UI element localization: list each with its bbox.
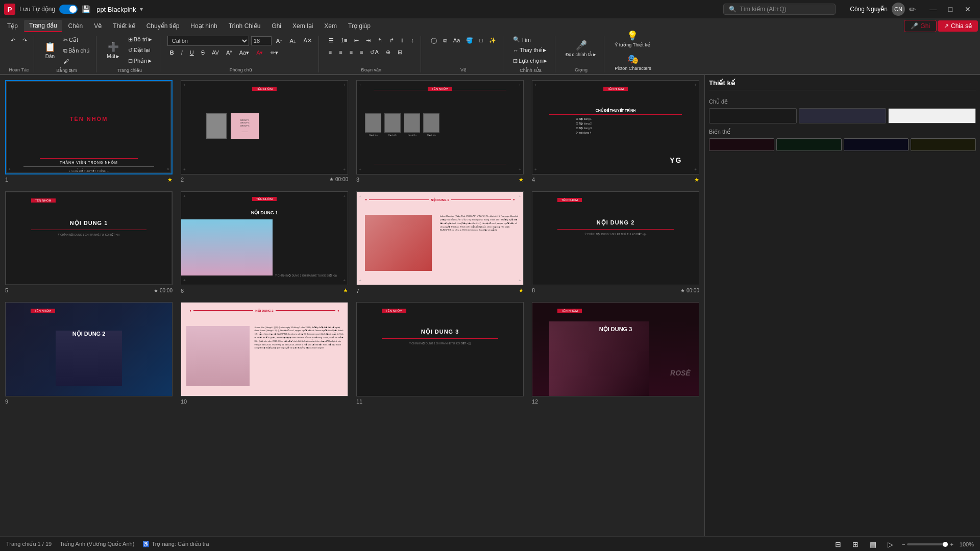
dropdown-arrow[interactable]: ▾ bbox=[140, 6, 143, 13]
slide-4[interactable]: + + + + TÊN NHÓM CHỦ ĐỀ THUYẾT TRÌNH 01 … bbox=[532, 80, 699, 174]
slide-wrapper-10[interactable]: ● NỘI DUNG 2 ● Jennie Kim (Hangul: 김제니):… bbox=[181, 302, 348, 405]
decrease-font-button[interactable]: A↓ bbox=[287, 36, 299, 45]
search-box[interactable]: 🔍 Tìm kiếm (Alt+Q) bbox=[723, 4, 836, 15]
variant-item[interactable] bbox=[844, 138, 909, 151]
theme-item[interactable] bbox=[799, 108, 887, 123]
minimize-button[interactable]: — bbox=[925, 3, 941, 16]
spacing-button[interactable]: AV bbox=[209, 48, 222, 57]
zoom-slider[interactable] bbox=[907, 543, 948, 545]
menu-item-trangdau[interactable]: Trang đầu bbox=[24, 20, 62, 32]
shadow-button[interactable]: A° bbox=[224, 48, 235, 57]
slide-10[interactable]: ● NỘI DUNG 2 ● Jennie Kim (Hangul: 김제니):… bbox=[181, 302, 348, 396]
strikethrough-button[interactable]: S bbox=[199, 48, 207, 57]
variant-item[interactable] bbox=[776, 138, 842, 151]
underline-button[interactable]: U bbox=[187, 48, 197, 57]
slide-wrapper-1[interactable]: + × + × TÊN NHÓM THÀNH VIÊN TRONG NHÓM +… bbox=[5, 80, 173, 183]
read-aloud-button[interactable]: 🎤 Đọc chính tả► bbox=[562, 36, 600, 61]
slide-wrapper-11[interactable]: TÊN NHÓM NỘI DUNG 3 Ý CHÍNH NỘI DUNG 1 G… bbox=[356, 302, 524, 405]
redo-button[interactable]: ↷ bbox=[20, 36, 30, 45]
reading-view-button[interactable]: ▤ bbox=[867, 539, 879, 550]
layout-button[interactable]: ⊞ Bố trí► bbox=[126, 35, 156, 44]
record-button[interactable]: 🎤 Ghi bbox=[904, 20, 937, 32]
effects-button[interactable]: ✨ bbox=[486, 36, 499, 45]
justify-button[interactable]: ≡ bbox=[357, 47, 365, 57]
outline-color-button[interactable]: □ bbox=[477, 36, 485, 45]
save-icon[interactable]: 💾 bbox=[82, 5, 90, 13]
numbering-button[interactable]: 1≡ bbox=[338, 36, 350, 45]
format-painter-button[interactable]: 🖌 bbox=[61, 57, 92, 66]
slide-wrapper-4[interactable]: + + + + TÊN NHÓM CHỦ ĐỀ THUYẾT TRÌNH 01 … bbox=[532, 80, 699, 183]
menu-item-ve[interactable]: Vẽ bbox=[89, 20, 107, 32]
undo-button[interactable]: ↶ bbox=[8, 36, 18, 45]
increase-indent-button[interactable]: ⇥ bbox=[363, 36, 373, 45]
copy-button[interactable]: ⧉ Bản chú bbox=[61, 46, 92, 56]
slide-wrapper-6[interactable]: + + + + TÊN NHÓM NỘI DUNG 1 Ý CHÍNH NỘI … bbox=[181, 191, 348, 294]
increase-font-button[interactable]: A↑ bbox=[274, 36, 285, 45]
italic-button[interactable]: I bbox=[179, 48, 185, 57]
bullets-button[interactable]: ☰ bbox=[326, 36, 336, 45]
slide-wrapper-9[interactable]: TÊN NHÓM NỘI DUNG 2 9 bbox=[5, 302, 173, 405]
design-ideas-button[interactable]: 💡 Ý tưởng Thiết kế bbox=[611, 28, 653, 49]
slide-5[interactable]: TÊN NHÓM NỘI DUNG 1 Ý CHÍNH NỘI DUNG 1 G… bbox=[5, 191, 173, 286]
decrease-indent-button[interactable]: ⇤ bbox=[352, 36, 361, 45]
menu-item-xemlai[interactable]: Xem lại bbox=[287, 20, 318, 32]
reset-button[interactable]: ↺ Đặt lại bbox=[126, 45, 156, 55]
smartart-button[interactable]: ⊕ bbox=[383, 47, 393, 57]
menu-item-tep[interactable]: Tệp bbox=[2, 20, 23, 32]
slide-sorter-button[interactable]: ⊞ bbox=[850, 539, 861, 550]
slideshow-view-button[interactable]: ▷ bbox=[885, 539, 896, 550]
slide-1[interactable]: + × + × TÊN NHÓM THÀNH VIÊN TRONG NHÓM +… bbox=[5, 80, 173, 174]
theme-item[interactable] bbox=[888, 108, 976, 123]
slide-6[interactable]: + + + + TÊN NHÓM NỘI DUNG 1 Ý CHÍNH NỘI … bbox=[181, 191, 348, 286]
font-size-input[interactable] bbox=[251, 36, 272, 45]
highlight-button[interactable]: ✏▾ bbox=[268, 48, 281, 58]
rtl-button[interactable]: ↰ bbox=[375, 36, 385, 45]
shape-button[interactable]: ◯ bbox=[428, 36, 439, 45]
columns-button[interactable]: ⫴ bbox=[399, 36, 406, 45]
align-center-button[interactable]: ≡ bbox=[336, 47, 345, 57]
menu-item-chen[interactable]: Chèn bbox=[63, 20, 88, 32]
fill-color-button[interactable]: 🪣 bbox=[463, 36, 476, 45]
menu-item-chuyentiep[interactable]: Chuyển tiếp bbox=[141, 20, 185, 32]
variant-item[interactable] bbox=[911, 138, 976, 151]
arrange-button[interactable]: ⧉ bbox=[440, 36, 450, 45]
zoom-out-icon[interactable]: − bbox=[902, 541, 905, 547]
replace-button[interactable]: ↔ Thay thế► bbox=[510, 45, 551, 55]
slides-panel[interactable]: + × + × TÊN NHÓM THÀNH VIÊN TRONG NHÓM +… bbox=[0, 75, 704, 536]
bold-button[interactable]: B bbox=[167, 48, 177, 57]
slide-wrapper-2[interactable]: + + + + TÊN NHÓM GROUP 1GROUP 5GROUP 5——… bbox=[181, 80, 348, 183]
slide-wrapper-3[interactable]: + + + + TÊN NHÓM Họ và tên Họ và tên bbox=[356, 80, 524, 183]
variant-item[interactable] bbox=[709, 138, 774, 151]
theme-item[interactable] bbox=[709, 108, 797, 123]
close-button[interactable]: ✕ bbox=[960, 3, 976, 16]
slide-12[interactable]: TÊN NHÓM NỘI DUNG 3 ROSÉ bbox=[532, 302, 699, 396]
linespacing-button[interactable]: ↕ bbox=[408, 36, 416, 45]
align-right-button[interactable]: ≡ bbox=[347, 47, 355, 57]
menu-item-thietke[interactable]: Thiết kế bbox=[108, 20, 140, 32]
text-direction-button[interactable]: ↺A bbox=[368, 47, 381, 57]
section-button[interactable]: ⊟ Phần► bbox=[126, 56, 156, 66]
font-color-button[interactable]: A▾ bbox=[254, 48, 265, 58]
zoom-in-icon[interactable]: + bbox=[950, 541, 953, 547]
slide-wrapper-8[interactable]: TÊN NHÓM NỘI DUNG 2 Ý CHÍNH NỘI DUNG 1 G… bbox=[532, 191, 699, 294]
font-family-select[interactable]: Calibri bbox=[167, 36, 249, 46]
case-button[interactable]: Aa▾ bbox=[237, 48, 252, 58]
menu-item-hoathinh[interactable]: Hoạt hình bbox=[185, 20, 222, 32]
slide-3[interactable]: + + + + TÊN NHÓM Họ và tên Họ và tên bbox=[356, 80, 524, 174]
menu-item-ghi[interactable]: Ghi bbox=[266, 20, 286, 32]
share-button[interactable]: ↗ Chia sẻ bbox=[938, 20, 978, 32]
slide-8[interactable]: TÊN NHÓM NỘI DUNG 2 Ý CHÍNH NỘI DUNG 1 G… bbox=[532, 191, 699, 286]
find-button[interactable]: 🔍 Tìm bbox=[510, 35, 551, 44]
slide-wrapper-7[interactable]: + + + + ● NỘI DUNG 1 ● bbox=[356, 191, 524, 294]
settings-icon[interactable]: ✏ bbox=[909, 5, 916, 14]
new-slide-button[interactable]: ➕ Mới► bbox=[104, 38, 123, 63]
slide-wrapper-5[interactable]: TÊN NHÓM NỘI DUNG 1 Ý CHÍNH NỘI DUNG 1 G… bbox=[5, 191, 173, 294]
slide-2[interactable]: + + + + TÊN NHÓM GROUP 1GROUP 5GROUP 5——… bbox=[181, 80, 348, 174]
slide-11[interactable]: TÊN NHÓM NỘI DUNG 3 Ý CHÍNH NỘI DUNG 1 G… bbox=[356, 302, 524, 396]
pixton-button[interactable]: 🎭 Pixton Characters bbox=[611, 52, 654, 73]
paste-button[interactable]: 📋 Dán bbox=[41, 38, 59, 63]
quick-styles-button[interactable]: Aa bbox=[451, 36, 462, 45]
cut-button[interactable]: ✂ Cắt bbox=[61, 35, 92, 45]
menu-item-trogiup[interactable]: Trợ giúp bbox=[343, 20, 376, 32]
clear-format-button[interactable]: A✕ bbox=[301, 36, 314, 45]
